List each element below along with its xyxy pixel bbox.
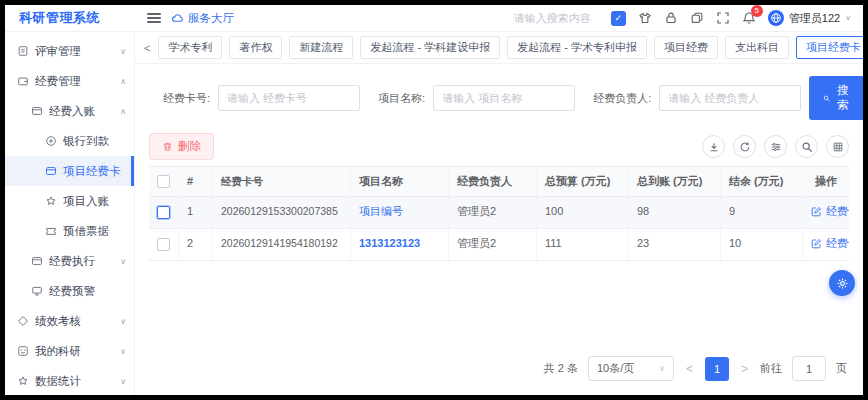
tab-project-fund-card[interactable]: 项目经费卡×	[796, 36, 863, 59]
chevron-down-icon: ∨	[120, 47, 126, 56]
row-checkbox[interactable]	[157, 238, 170, 251]
column-settings-button[interactable]	[826, 135, 849, 158]
total-budget: 111	[537, 229, 629, 260]
table-search-button[interactable]	[795, 135, 818, 158]
avatar	[768, 10, 784, 26]
prev-page-icon[interactable]: <	[684, 362, 695, 376]
theme-checkbox-icon[interactable]: ✓	[611, 11, 626, 26]
row-checkbox[interactable]	[157, 206, 170, 219]
service-hall-label: 服务大厅	[188, 11, 234, 26]
delete-button[interactable]: 删除	[149, 133, 214, 160]
tab-academic-patent[interactable]: 学术专利	[158, 36, 222, 59]
search-button[interactable]: 搜索	[809, 76, 863, 120]
sidebar-item-label: 银行到款	[63, 134, 109, 149]
circle-plus-icon	[45, 135, 57, 147]
current-page-button[interactable]: 1	[705, 357, 729, 381]
sidebar-item-my-research[interactable]: 我的科研 ∨	[5, 336, 134, 366]
issue-fund-card-action[interactable]: 经费卡下发	[811, 229, 849, 258]
sidebar-item-bank-arrival[interactable]: 银行到款	[5, 126, 134, 156]
diamond-icon	[17, 315, 29, 327]
chevron-down-icon: ∨	[120, 347, 126, 356]
card-icon	[31, 255, 43, 267]
star-icon	[45, 195, 57, 207]
chevron-down-icon: ∨	[120, 257, 126, 266]
tab-expense-subject[interactable]: 支出科目	[725, 36, 789, 59]
service-hall-link[interactable]: 服务大厅	[171, 11, 234, 26]
sliders-icon	[770, 141, 782, 153]
global-search-input[interactable]: 请输入搜索内容	[514, 11, 591, 26]
sidebar-item-label: 绩效考核	[35, 314, 81, 329]
fund-card-no: 20260129153300207385	[213, 197, 351, 228]
col-project-name: 项目名称	[351, 167, 449, 196]
fullscreen-icon[interactable]	[716, 11, 730, 25]
floating-settings-button[interactable]	[829, 270, 855, 296]
page-size-value: 10条/页	[597, 361, 634, 376]
fund-card-no-label: 经费卡号:	[163, 91, 210, 106]
fund-owner-input[interactable]	[659, 85, 801, 111]
grid-icon	[832, 141, 844, 153]
sidebar-item-label: 项目经费卡	[63, 164, 121, 179]
search-icon	[823, 93, 830, 104]
total-budget: 100	[537, 197, 629, 228]
project-name-label: 项目名称:	[378, 91, 425, 106]
sidebar-item-funds-income[interactable]: 经费入账 ∧	[5, 96, 134, 126]
action-label: 经费卡下发	[826, 229, 849, 258]
user-menu[interactable]: 管理员122 ∨	[768, 10, 851, 26]
notification-bell-icon[interactable]: 5	[742, 11, 756, 25]
app-title: 科研管理系统	[5, 9, 135, 27]
tab-label: 项目经费卡	[806, 41, 861, 53]
sidebar-item-review-mgmt[interactable]: 评审管理 ∨	[5, 36, 134, 66]
filter-bar: 经费卡号: 项目名称: 经费负责人: 搜索 清空	[135, 64, 863, 126]
sidebar-item-funds-mgmt[interactable]: 经费管理 ∧	[5, 66, 134, 96]
chevron-down-icon: ∨	[120, 377, 126, 386]
chevron-down-icon: ∨	[659, 364, 665, 373]
tab-process-patent[interactable]: 发起流程 - 学术专利申报	[507, 36, 647, 59]
select-all-checkbox[interactable]	[157, 175, 170, 188]
sidebar-item-label: 数据统计	[35, 374, 81, 389]
sidebar-item-data-stats[interactable]: 数据统计 ∨	[5, 366, 134, 395]
col-total-received: 总到账 (万元)	[629, 167, 721, 196]
sidebar-item-funds-warning[interactable]: 经费预警	[5, 276, 134, 306]
search-icon	[801, 141, 813, 153]
tab-new-process[interactable]: 新建流程	[289, 36, 353, 59]
app-window: 科研管理系统 服务大厅 请输入搜索内容 ✓ 5 管理员12	[5, 5, 863, 395]
copy-layers-icon[interactable]	[690, 11, 704, 25]
tab-copyright[interactable]: 著作权	[229, 36, 282, 59]
next-page-icon[interactable]: >	[739, 362, 750, 376]
theme-shirt-icon[interactable]	[638, 11, 652, 25]
chevron-up-icon: ∧	[120, 107, 126, 116]
density-settings-button[interactable]	[764, 135, 787, 158]
sidebar-item-borrow-ticket[interactable]: 预借票据	[5, 216, 134, 246]
face-icon	[17, 345, 29, 357]
sidebar-item-funds-execution[interactable]: 经费执行 ∨	[5, 246, 134, 276]
username: 管理员122	[789, 11, 840, 26]
lock-screen-icon[interactable]	[664, 11, 678, 25]
issue-fund-card-action[interactable]: 经费卡下发	[811, 197, 849, 226]
page-unit-label: 页	[836, 361, 847, 376]
page-size-select[interactable]: 10条/页 ∨	[588, 356, 674, 381]
tab-process-discipline[interactable]: 发起流程 - 学科建设申报	[360, 36, 500, 59]
fund-card-no-input[interactable]	[218, 85, 360, 111]
export-download-button[interactable]	[702, 135, 725, 158]
screenshot-frame: 科研管理系统 服务大厅 请输入搜索内容 ✓ 5 管理员12	[0, 0, 868, 400]
col-index: #	[179, 167, 213, 196]
tab-project-funds[interactable]: 项目经费	[654, 36, 718, 59]
sidebar-item-performance[interactable]: 绩效考核 ∨	[5, 306, 134, 336]
goto-page-input[interactable]	[792, 356, 826, 381]
refresh-button[interactable]	[733, 135, 756, 158]
chevron-down-icon: ∨	[120, 317, 126, 326]
project-name-link[interactable]: 项目编号	[359, 205, 403, 217]
tabs-scroll-left-icon[interactable]: <	[143, 42, 151, 54]
edit-icon	[811, 206, 822, 217]
sidebar-item-project-fund-card[interactable]: 项目经费卡	[5, 156, 134, 186]
action-label: 经费卡下发	[826, 197, 849, 226]
total-received: 98	[629, 197, 721, 228]
col-actions: 操作	[803, 167, 849, 196]
project-name-link[interactable]: 1313123123	[359, 237, 420, 249]
fund-card-no: 20260129141954180192	[213, 229, 351, 260]
sidebar-item-project-income[interactable]: 项目入账	[5, 186, 134, 216]
project-name-input[interactable]	[433, 85, 575, 111]
card-icon	[31, 105, 43, 117]
refresh-icon	[739, 141, 751, 153]
hamburger-menu-icon[interactable]	[147, 11, 161, 25]
